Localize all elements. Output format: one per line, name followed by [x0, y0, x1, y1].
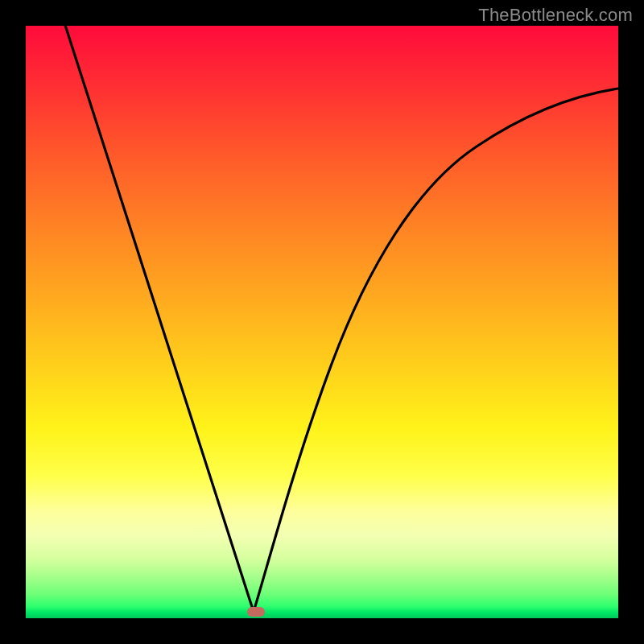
watermark-text: TheBottleneck.com [478, 5, 633, 26]
chart-stage: TheBottleneck.com [0, 0, 644, 644]
bottleneck-curve [26, 26, 618, 618]
curve-path [63, 26, 618, 612]
plot-area [26, 26, 618, 618]
optimum-marker [247, 607, 265, 617]
